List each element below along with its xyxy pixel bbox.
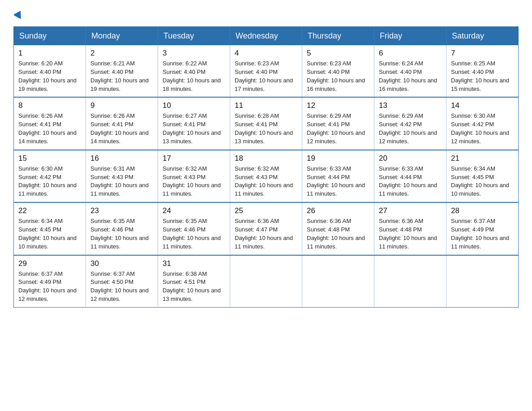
day-info: Sunrise: 6:27 AMSunset: 4:41 PMDaylight:… [163,112,225,146]
day-info: Sunrise: 6:32 AMSunset: 4:43 PMDaylight:… [163,165,225,198]
day-info: Sunrise: 6:21 AMSunset: 4:40 PMDaylight:… [90,60,153,93]
day-number: 16 [90,154,153,163]
header-saturday: Saturday [446,27,519,46]
day-number: 5 [307,49,369,58]
day-info: Sunrise: 6:31 AMSunset: 4:43 PMDaylight:… [90,165,153,198]
day-info: Sunrise: 6:38 AMSunset: 4:51 PMDaylight:… [163,270,225,304]
day-cell: 24 Sunrise: 6:35 AMSunset: 4:46 PMDaylig… [158,202,230,255]
day-cell: 18 Sunrise: 6:32 AMSunset: 4:43 PMDaylig… [230,150,302,202]
day-number: 7 [451,49,514,58]
day-info: Sunrise: 6:33 AMSunset: 4:44 PMDaylight:… [307,165,369,198]
day-info: Sunrise: 6:35 AMSunset: 4:46 PMDaylight:… [90,217,153,251]
calendar-table: SundayMondayTuesdayWednesdayThursdayFrid… [13,26,519,308]
day-info: Sunrise: 6:36 AMSunset: 4:47 PMDaylight:… [235,217,297,251]
week-row-5: 29 Sunrise: 6:37 AMSunset: 4:49 PMDaylig… [14,255,519,308]
day-number: 19 [307,154,369,163]
day-cell: 6 Sunrise: 6:24 AMSunset: 4:40 PMDayligh… [374,45,446,97]
day-info: Sunrise: 6:37 AMSunset: 4:49 PMDaylight:… [18,270,81,304]
day-info: Sunrise: 6:23 AMSunset: 4:40 PMDaylight:… [307,60,369,93]
day-cell: 23 Sunrise: 6:35 AMSunset: 4:46 PMDaylig… [86,202,158,255]
day-number: 14 [451,101,514,110]
day-cell: 22 Sunrise: 6:34 AMSunset: 4:45 PMDaylig… [14,202,86,255]
day-cell [446,255,519,308]
header-friday: Friday [374,27,446,46]
day-info: Sunrise: 6:26 AMSunset: 4:41 PMDaylight:… [18,112,81,146]
day-number: 29 [18,259,81,268]
day-number: 22 [18,206,81,215]
week-row-4: 22 Sunrise: 6:34 AMSunset: 4:45 PMDaylig… [14,202,519,255]
day-cell: 8 Sunrise: 6:26 AMSunset: 4:41 PMDayligh… [14,97,86,150]
day-cell: 4 Sunrise: 6:23 AMSunset: 4:40 PMDayligh… [230,45,302,97]
logo [13,9,24,19]
day-cell: 3 Sunrise: 6:22 AMSunset: 4:40 PMDayligh… [158,45,230,97]
week-row-2: 8 Sunrise: 6:26 AMSunset: 4:41 PMDayligh… [14,97,519,150]
day-info: Sunrise: 6:24 AMSunset: 4:40 PMDaylight:… [379,60,442,93]
day-info: Sunrise: 6:29 AMSunset: 4:41 PMDaylight:… [307,112,369,146]
calendar-header-row: SundayMondayTuesdayWednesdayThursdayFrid… [14,27,519,46]
day-number: 11 [235,101,297,110]
day-number: 28 [451,206,514,215]
day-number: 20 [379,154,442,163]
day-number: 2 [90,49,153,58]
day-number: 26 [307,206,369,215]
day-cell: 1 Sunrise: 6:20 AMSunset: 4:40 PMDayligh… [14,45,86,97]
day-cell: 20 Sunrise: 6:33 AMSunset: 4:44 PMDaylig… [374,150,446,202]
day-info: Sunrise: 6:35 AMSunset: 4:46 PMDaylight:… [163,217,225,251]
day-cell: 21 Sunrise: 6:34 AMSunset: 4:45 PMDaylig… [446,150,519,202]
logo-area [13,9,24,19]
day-cell [374,255,446,308]
day-info: Sunrise: 6:34 AMSunset: 4:45 PMDaylight:… [451,165,514,198]
day-number: 15 [18,154,81,163]
svg-marker-0 [14,9,24,19]
day-cell: 5 Sunrise: 6:23 AMSunset: 4:40 PMDayligh… [302,45,374,97]
header-thursday: Thursday [302,27,374,46]
day-number: 6 [379,49,442,58]
page-header [13,9,519,19]
day-cell: 14 Sunrise: 6:30 AMSunset: 4:42 PMDaylig… [446,97,519,150]
day-number: 9 [90,101,153,110]
day-info: Sunrise: 6:30 AMSunset: 4:42 PMDaylight:… [18,165,81,198]
day-cell: 16 Sunrise: 6:31 AMSunset: 4:43 PMDaylig… [86,150,158,202]
day-info: Sunrise: 6:36 AMSunset: 4:48 PMDaylight:… [307,217,369,251]
day-info: Sunrise: 6:36 AMSunset: 4:48 PMDaylight:… [379,217,442,251]
header-sunday: Sunday [14,27,86,46]
day-cell: 30 Sunrise: 6:37 AMSunset: 4:50 PMDaylig… [86,255,158,308]
week-row-1: 1 Sunrise: 6:20 AMSunset: 4:40 PMDayligh… [14,45,519,97]
day-cell: 10 Sunrise: 6:27 AMSunset: 4:41 PMDaylig… [158,97,230,150]
day-info: Sunrise: 6:32 AMSunset: 4:43 PMDaylight:… [235,165,297,198]
day-number: 4 [235,49,297,58]
day-cell: 9 Sunrise: 6:26 AMSunset: 4:41 PMDayligh… [86,97,158,150]
day-cell: 2 Sunrise: 6:21 AMSunset: 4:40 PMDayligh… [86,45,158,97]
day-cell: 13 Sunrise: 6:29 AMSunset: 4:42 PMDaylig… [374,97,446,150]
day-info: Sunrise: 6:22 AMSunset: 4:40 PMDaylight:… [163,60,225,93]
day-info: Sunrise: 6:29 AMSunset: 4:42 PMDaylight:… [379,112,442,146]
day-cell: 26 Sunrise: 6:36 AMSunset: 4:48 PMDaylig… [302,202,374,255]
day-number: 17 [163,154,225,163]
day-info: Sunrise: 6:33 AMSunset: 4:44 PMDaylight:… [379,165,442,198]
day-number: 31 [163,259,225,268]
day-cell: 12 Sunrise: 6:29 AMSunset: 4:41 PMDaylig… [302,97,374,150]
day-cell [230,255,302,308]
day-number: 13 [379,101,442,110]
logo-arrow-icon [14,9,24,19]
day-number: 21 [451,154,514,163]
day-info: Sunrise: 6:34 AMSunset: 4:45 PMDaylight:… [18,217,81,251]
day-number: 30 [90,259,153,268]
day-info: Sunrise: 6:23 AMSunset: 4:40 PMDaylight:… [235,60,297,93]
day-cell: 28 Sunrise: 6:37 AMSunset: 4:49 PMDaylig… [446,202,519,255]
day-cell: 7 Sunrise: 6:25 AMSunset: 4:40 PMDayligh… [446,45,519,97]
day-number: 18 [235,154,297,163]
header-tuesday: Tuesday [158,27,230,46]
day-number: 10 [163,101,225,110]
header-monday: Monday [86,27,158,46]
day-number: 23 [90,206,153,215]
day-info: Sunrise: 6:37 AMSunset: 4:50 PMDaylight:… [90,270,153,304]
day-cell: 31 Sunrise: 6:38 AMSunset: 4:51 PMDaylig… [158,255,230,308]
day-info: Sunrise: 6:28 AMSunset: 4:41 PMDaylight:… [235,112,297,146]
day-info: Sunrise: 6:25 AMSunset: 4:40 PMDaylight:… [451,60,514,93]
day-cell: 17 Sunrise: 6:32 AMSunset: 4:43 PMDaylig… [158,150,230,202]
day-cell: 15 Sunrise: 6:30 AMSunset: 4:42 PMDaylig… [14,150,86,202]
day-cell [302,255,374,308]
day-number: 27 [379,206,442,215]
day-info: Sunrise: 6:37 AMSunset: 4:49 PMDaylight:… [451,217,514,251]
